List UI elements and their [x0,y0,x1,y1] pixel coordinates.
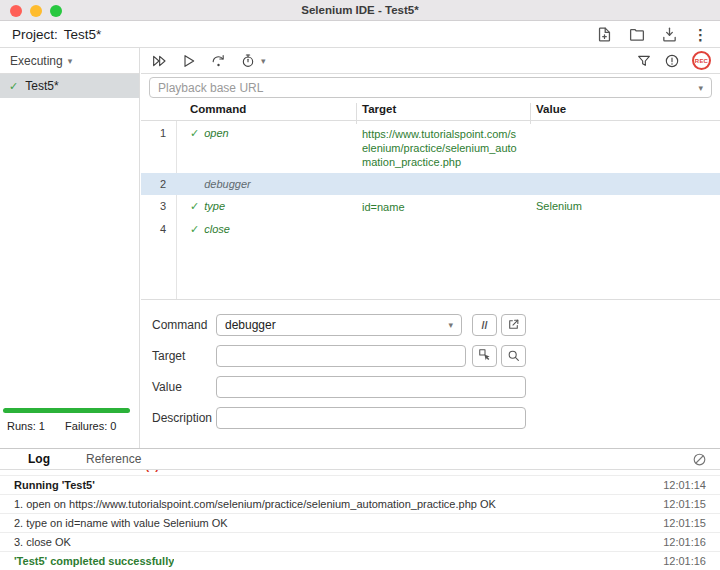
row-target: id=name [356,195,530,218]
project-actions: ⋮ [596,26,708,43]
table-row[interactable]: 2 ✓debugger [141,173,720,195]
check-icon: ✓ [190,127,199,139]
command-table-header: Command Target Value [141,100,720,121]
selenium-ide-window: Selenium IDE - Test5* Project: Test5* [0,0,720,570]
toggle-comment-button[interactable]: // [472,314,497,336]
row-command-text: open [204,127,228,139]
pause-on-exceptions-button[interactable] [664,53,680,69]
row-command-text: debugger [204,178,251,190]
row-command: ✓open [176,122,356,173]
header-command: Command [190,103,246,115]
table-row[interactable]: 1 ✓open https://www.tutorialspoint.com/s… [141,122,720,173]
minimize-window-button[interactable] [30,5,42,17]
record-button[interactable]: REC [692,51,711,70]
log-entry-text: 1. open on https://www.tutorialspoint.co… [14,498,496,510]
step-over-icon [210,53,227,69]
description-input[interactable] [216,407,526,429]
find-target-button[interactable] [501,345,526,367]
save-project-button[interactable] [661,26,678,43]
check-icon: ✓ [9,80,18,93]
tests-view-label: Executing [10,54,63,68]
chevron-down-icon: ▾ [261,56,266,66]
traffic-lights [10,5,62,17]
run-current-test-button[interactable] [181,53,197,69]
tests-sidebar: Executing ▾ ✓ Test5* Runs: 1 Failures: 0 [0,48,140,448]
play-icon [181,53,197,69]
command-select-value: debugger [225,318,276,332]
open-folder-icon [628,26,646,43]
clear-log-button[interactable] [692,452,707,467]
disable-breakpoints-icon [636,53,652,69]
command-table-body: 1 ✓open https://www.tutorialspoint.com/s… [141,122,720,240]
row-number: 3 [141,195,176,218]
play-all-icon [150,53,168,69]
header-target: Target [362,103,396,115]
log-entry: 3. close OK 12:01:16 [0,533,720,552]
sidebar-test-item[interactable]: ✓ Test5* [0,74,139,98]
runs-label: Runs: [7,420,36,432]
new-project-button[interactable] [596,26,613,43]
check-icon: ✓ [190,223,199,235]
log-entry: 'Test5' completed successfully 12:01:16 [0,552,720,570]
bottom-tab-bar: Log Reference [0,448,720,470]
row-command-text: type [204,200,225,212]
table-row[interactable]: 4 ✓close [141,218,720,240]
target-cursor-icon [478,348,492,364]
test-name: Test5* [25,79,58,93]
runs-count: 1 [39,420,45,432]
step-over-button[interactable] [210,53,227,69]
select-target-button[interactable] [472,345,497,367]
column-divider [356,103,357,124]
zoom-window-button[interactable] [50,5,62,17]
more-options-button[interactable]: ⋮ [693,27,708,42]
row-number: 2 [141,173,176,195]
playback-toolbar: ▾ REC [141,48,720,74]
log-entry-text: 'Test5' completed successfully [14,555,174,567]
chevron-down-icon[interactable]: ▾ [698,83,703,93]
tab-log[interactable]: Log [28,452,50,466]
open-project-button[interactable] [628,26,646,43]
kebab-menu-icon: ⋮ [693,27,708,42]
toolbar-right-group: REC [636,51,711,70]
command-field-label: Command [152,318,207,332]
run-all-tests-button[interactable] [150,53,168,69]
row-value [530,218,720,240]
log-entry-text: 3. close OK [14,536,71,548]
target-input[interactable] [216,345,466,367]
check-icon: ✓ [190,200,199,212]
log-entry-time: 12:01:15 [653,517,706,529]
tab-reference[interactable]: Reference [86,452,141,466]
tests-view-dropdown[interactable]: Executing ▾ [0,48,139,74]
row-command: ✓debugger [176,173,356,195]
value-input[interactable] [216,376,526,398]
test-speed-button[interactable]: ▾ [240,53,266,69]
row-target [356,173,530,195]
disable-breakpoints-button[interactable] [636,53,652,69]
row-command-text: close [204,223,230,235]
log-entry-time: 12:01:16 [653,555,706,567]
window-titlebar: Selenium IDE - Test5* [0,0,720,21]
row-command: ✓type [176,195,356,218]
search-icon [507,349,520,364]
row-command: ✓close [176,218,356,240]
playback-base-url-input[interactable] [158,81,693,95]
stopwatch-icon [240,53,256,69]
exclamation-circle-icon [664,53,680,69]
project-bar: Project: Test5* ⋮ [0,22,720,47]
log-entry-time: 11:57:42 [654,470,706,472]
step-editor: Command debugger ▾ // Target Value Descr… [141,310,720,440]
open-reference-button[interactable] [501,314,526,336]
table-row[interactable]: 3 ✓type id=name Selenium [141,195,720,218]
open-in-new-icon [507,318,520,333]
log-entry: 2. type on id=name with value Selenium O… [0,514,720,533]
close-window-button[interactable] [10,5,22,17]
log-entry-text: Running 'Test5' [14,479,95,491]
row-value [530,173,720,195]
runs-failures-status: Runs: 1 Failures: 0 [7,420,116,432]
log-entry: Running 'Test5' 12:01:14 [0,476,720,495]
playback-base-url: ▾ [149,77,712,98]
command-select[interactable]: debugger ▾ [216,314,462,336]
clear-circle-slash-icon [692,452,707,467]
header-value: Value [536,103,566,115]
row-number: 4 [141,218,176,240]
